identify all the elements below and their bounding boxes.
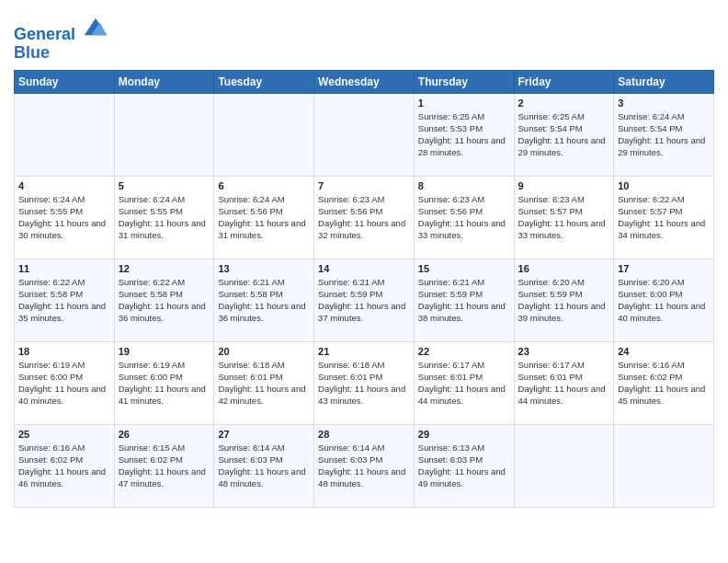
day-info: Sunrise: 6:25 AM Sunset: 5:53 PM Dayligh… [418, 110, 510, 159]
day-number: 3 [618, 98, 710, 109]
day-number: 4 [18, 180, 110, 191]
day-info: Sunrise: 6:23 AM Sunset: 5:56 PM Dayligh… [418, 193, 510, 242]
calendar-week: 18 Sunrise: 6:19 AM Sunset: 6:00 PM Dayl… [15, 341, 714, 424]
calendar-day: 24 Sunrise: 6:16 AM Sunset: 6:02 PM Dayl… [614, 341, 714, 424]
calendar-day [214, 93, 314, 176]
calendar-day: 15 Sunrise: 6:21 AM Sunset: 5:59 PM Dayl… [414, 259, 514, 341]
calendar-day: 19 Sunrise: 6:19 AM Sunset: 6:00 PM Dayl… [114, 341, 214, 424]
day-number: 23 [518, 346, 610, 357]
day-number: 1 [418, 98, 510, 109]
day-number: 25 [18, 429, 110, 440]
calendar-day: 1 Sunrise: 6:25 AM Sunset: 5:53 PM Dayli… [414, 93, 514, 176]
logo-text: General [14, 14, 108, 44]
header-day: Friday [514, 70, 614, 93]
calendar-day: 2 Sunrise: 6:25 AM Sunset: 5:54 PM Dayli… [514, 93, 614, 176]
day-number: 7 [318, 180, 410, 191]
day-info: Sunrise: 6:13 AM Sunset: 6:03 PM Dayligh… [418, 442, 510, 490]
calendar-week: 4 Sunrise: 6:24 AM Sunset: 5:55 PM Dayli… [15, 176, 714, 259]
day-number: 5 [119, 180, 210, 191]
day-number: 17 [618, 263, 710, 274]
day-info: Sunrise: 6:21 AM Sunset: 5:59 PM Dayligh… [418, 276, 510, 325]
calendar-day: 12 Sunrise: 6:22 AM Sunset: 5:58 PM Dayl… [114, 259, 214, 341]
calendar-header: SundayMondayTuesdayWednesdayThursdayFrid… [15, 70, 714, 93]
day-info: Sunrise: 6:21 AM Sunset: 5:59 PM Dayligh… [318, 276, 410, 325]
calendar-day: 18 Sunrise: 6:19 AM Sunset: 6:00 PM Dayl… [15, 341, 115, 424]
day-info: Sunrise: 6:23 AM Sunset: 5:57 PM Dayligh… [518, 193, 610, 242]
day-number: 11 [18, 263, 110, 274]
calendar-table: SundayMondayTuesdayWednesdayThursdayFrid… [14, 70, 714, 508]
day-info: Sunrise: 6:14 AM Sunset: 6:03 PM Dayligh… [318, 442, 410, 490]
day-number: 18 [18, 346, 110, 357]
day-number: 29 [418, 429, 510, 440]
day-info: Sunrise: 6:14 AM Sunset: 6:03 PM Dayligh… [218, 442, 310, 490]
calendar-day: 10 Sunrise: 6:22 AM Sunset: 5:57 PM Dayl… [614, 176, 714, 259]
day-info: Sunrise: 6:16 AM Sunset: 6:02 PM Dayligh… [618, 359, 710, 408]
logo-blue: Blue [14, 44, 108, 63]
calendar-day: 5 Sunrise: 6:24 AM Sunset: 5:55 PM Dayli… [114, 176, 214, 259]
day-number: 2 [518, 98, 610, 109]
calendar-day [614, 424, 714, 507]
calendar-day: 6 Sunrise: 6:24 AM Sunset: 5:56 PM Dayli… [214, 176, 314, 259]
calendar-day: 14 Sunrise: 6:21 AM Sunset: 5:59 PM Dayl… [314, 259, 415, 341]
day-info: Sunrise: 6:20 AM Sunset: 5:59 PM Dayligh… [518, 276, 610, 325]
day-number: 15 [418, 263, 510, 274]
day-number: 14 [318, 263, 410, 274]
day-number: 9 [518, 180, 610, 191]
day-number: 28 [318, 429, 410, 440]
day-info: Sunrise: 6:17 AM Sunset: 6:01 PM Dayligh… [418, 359, 510, 408]
day-number: 13 [218, 263, 310, 274]
calendar-day: 29 Sunrise: 6:13 AM Sunset: 6:03 PM Dayl… [414, 424, 514, 507]
calendar-day: 21 Sunrise: 6:18 AM Sunset: 6:01 PM Dayl… [314, 341, 415, 424]
day-number: 10 [618, 180, 710, 191]
day-number: 26 [119, 429, 210, 440]
day-info: Sunrise: 6:15 AM Sunset: 6:02 PM Dayligh… [119, 442, 210, 490]
calendar-day: 26 Sunrise: 6:15 AM Sunset: 6:02 PM Dayl… [114, 424, 214, 507]
calendar-day: 4 Sunrise: 6:24 AM Sunset: 5:55 PM Dayli… [15, 176, 115, 259]
header-day: Wednesday [314, 70, 415, 93]
calendar-day: 9 Sunrise: 6:23 AM Sunset: 5:57 PM Dayli… [514, 176, 614, 259]
calendar-day: 23 Sunrise: 6:17 AM Sunset: 6:01 PM Dayl… [514, 341, 614, 424]
day-info: Sunrise: 6:22 AM Sunset: 5:58 PM Dayligh… [119, 276, 210, 325]
calendar-body: 1 Sunrise: 6:25 AM Sunset: 5:53 PM Dayli… [15, 93, 714, 507]
calendar-day: 11 Sunrise: 6:22 AM Sunset: 5:58 PM Dayl… [15, 259, 115, 341]
day-number: 16 [518, 263, 610, 274]
day-info: Sunrise: 6:19 AM Sunset: 6:00 PM Dayligh… [18, 359, 110, 408]
header-row: SundayMondayTuesdayWednesdayThursdayFrid… [15, 70, 714, 93]
calendar-day: 16 Sunrise: 6:20 AM Sunset: 5:59 PM Dayl… [514, 259, 614, 341]
calendar-day [114, 93, 214, 176]
day-info: Sunrise: 6:22 AM Sunset: 5:57 PM Dayligh… [618, 193, 710, 242]
day-number: 12 [119, 263, 210, 274]
header-day: Thursday [414, 70, 514, 93]
day-info: Sunrise: 6:25 AM Sunset: 5:54 PM Dayligh… [518, 110, 610, 159]
day-number: 8 [418, 180, 510, 191]
calendar-week: 1 Sunrise: 6:25 AM Sunset: 5:53 PM Dayli… [15, 93, 714, 176]
day-info: Sunrise: 6:19 AM Sunset: 6:00 PM Dayligh… [119, 359, 210, 408]
day-number: 22 [418, 346, 510, 357]
header-day: Sunday [15, 70, 115, 93]
day-info: Sunrise: 6:24 AM Sunset: 5:55 PM Dayligh… [119, 193, 210, 242]
calendar-day [314, 93, 415, 176]
calendar-day: 28 Sunrise: 6:14 AM Sunset: 6:03 PM Dayl… [314, 424, 415, 507]
day-number: 6 [218, 180, 310, 191]
calendar-day: 13 Sunrise: 6:21 AM Sunset: 5:58 PM Dayl… [214, 259, 314, 341]
logo-icon [83, 14, 108, 40]
calendar-day: 3 Sunrise: 6:24 AM Sunset: 5:54 PM Dayli… [614, 93, 714, 176]
day-info: Sunrise: 6:22 AM Sunset: 5:58 PM Dayligh… [18, 276, 110, 325]
day-info: Sunrise: 6:16 AM Sunset: 6:02 PM Dayligh… [18, 442, 110, 490]
day-number: 27 [218, 429, 310, 440]
day-info: Sunrise: 6:24 AM Sunset: 5:56 PM Dayligh… [218, 193, 310, 242]
day-number: 20 [218, 346, 310, 357]
calendar-day: 22 Sunrise: 6:17 AM Sunset: 6:01 PM Dayl… [414, 341, 514, 424]
calendar-day: 17 Sunrise: 6:20 AM Sunset: 6:00 PM Dayl… [614, 259, 714, 341]
logo: General Blue [14, 14, 108, 63]
logo-general: General [14, 25, 75, 43]
calendar-day: 20 Sunrise: 6:18 AM Sunset: 6:01 PM Dayl… [214, 341, 314, 424]
day-info: Sunrise: 6:24 AM Sunset: 5:54 PM Dayligh… [618, 110, 710, 159]
header-day: Tuesday [214, 70, 314, 93]
calendar-day [514, 424, 614, 507]
calendar-week: 25 Sunrise: 6:16 AM Sunset: 6:02 PM Dayl… [15, 424, 714, 507]
day-info: Sunrise: 6:18 AM Sunset: 6:01 PM Dayligh… [218, 359, 310, 408]
calendar-day [15, 93, 115, 176]
day-info: Sunrise: 6:23 AM Sunset: 5:56 PM Dayligh… [318, 193, 410, 242]
day-info: Sunrise: 6:24 AM Sunset: 5:55 PM Dayligh… [18, 193, 110, 242]
